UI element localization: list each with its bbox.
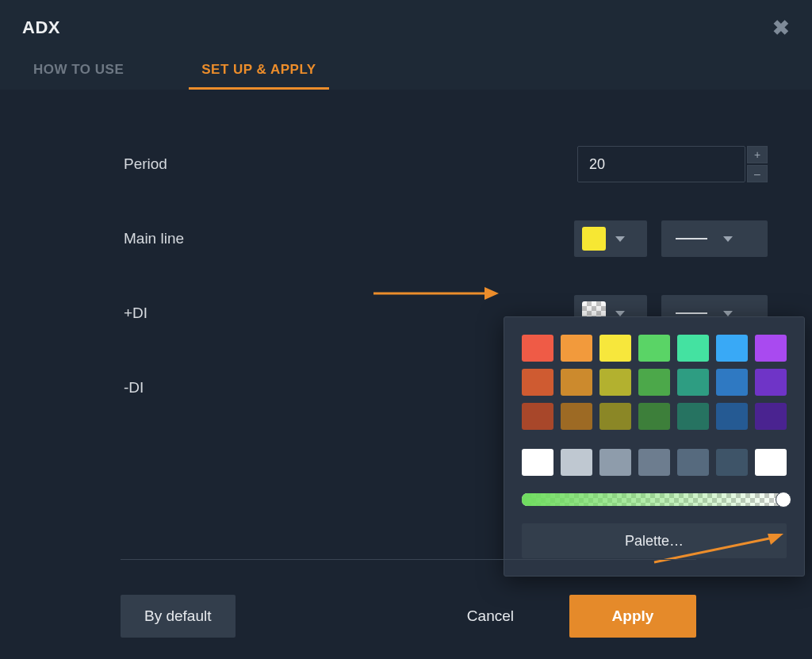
period-spinner: + – bbox=[747, 146, 768, 182]
color-swatch[interactable] bbox=[755, 403, 787, 430]
color-picker-popover: Palette… bbox=[504, 316, 805, 577]
chevron-down-icon bbox=[615, 236, 625, 242]
period-input[interactable] bbox=[577, 146, 745, 182]
color-swatch[interactable] bbox=[716, 369, 748, 396]
cancel-button[interactable]: Cancel bbox=[443, 595, 538, 638]
tab-how-to-use[interactable]: HOW TO USE bbox=[22, 49, 135, 90]
dialog-footer: By default Cancel Apply bbox=[0, 595, 812, 638]
main-line-style-select[interactable] bbox=[661, 220, 768, 257]
label-main-line: Main line bbox=[124, 230, 377, 247]
tab-bar: HOW TO USE SET UP & APPLY bbox=[0, 49, 812, 90]
color-group-gap bbox=[522, 437, 787, 442]
opacity-gradient bbox=[522, 493, 787, 506]
color-swatch[interactable] bbox=[755, 449, 787, 476]
period-stepper: + – bbox=[577, 146, 768, 182]
color-swatch[interactable] bbox=[677, 403, 709, 430]
color-swatch[interactable] bbox=[677, 335, 709, 362]
row-period: Period + – bbox=[124, 146, 768, 182]
apply-button[interactable]: Apply bbox=[569, 595, 696, 638]
color-grid bbox=[522, 335, 787, 476]
palette-button[interactable]: Palette… bbox=[522, 523, 787, 558]
color-swatch[interactable] bbox=[599, 369, 631, 396]
row-main-line: Main line bbox=[124, 220, 768, 257]
color-swatch[interactable] bbox=[599, 335, 631, 362]
color-swatch[interactable] bbox=[561, 403, 592, 430]
chevron-down-icon bbox=[615, 311, 625, 316]
chevron-down-icon bbox=[723, 311, 733, 316]
tab-setup-apply[interactable]: SET UP & APPLY bbox=[190, 49, 327, 90]
color-swatch[interactable] bbox=[522, 449, 553, 476]
dialog-header: ADX ✖ bbox=[0, 0, 812, 49]
label-period: Period bbox=[124, 155, 377, 173]
label-minus-di: -DI bbox=[124, 379, 377, 397]
opacity-handle[interactable] bbox=[776, 492, 791, 508]
dialog-title: ADX bbox=[22, 17, 60, 38]
line-style-preview bbox=[676, 238, 707, 239]
line-style-preview bbox=[676, 312, 707, 314]
color-swatch[interactable] bbox=[561, 369, 592, 396]
color-swatch[interactable] bbox=[561, 335, 592, 362]
color-swatch[interactable] bbox=[599, 403, 631, 430]
color-swatch[interactable] bbox=[755, 369, 787, 396]
color-swatch[interactable] bbox=[561, 449, 592, 476]
color-swatch[interactable] bbox=[522, 369, 553, 396]
opacity-slider[interactable] bbox=[522, 493, 787, 506]
period-decrement[interactable]: – bbox=[747, 165, 768, 182]
color-swatch[interactable] bbox=[522, 335, 553, 362]
period-increment[interactable]: + bbox=[747, 146, 768, 163]
separator bbox=[121, 559, 696, 560]
by-default-button[interactable]: By default bbox=[121, 595, 236, 638]
main-line-color-select[interactable] bbox=[574, 220, 647, 257]
color-swatch[interactable] bbox=[599, 449, 631, 476]
color-swatch[interactable] bbox=[716, 335, 748, 362]
color-swatch[interactable] bbox=[677, 369, 709, 396]
color-swatch[interactable] bbox=[522, 403, 553, 430]
main-line-color-swatch bbox=[582, 227, 606, 251]
label-plus-di: +DI bbox=[124, 305, 377, 322]
color-swatch[interactable] bbox=[638, 449, 670, 476]
color-swatch[interactable] bbox=[677, 449, 709, 476]
color-swatch[interactable] bbox=[638, 403, 670, 430]
color-swatch[interactable] bbox=[638, 335, 670, 362]
color-swatch[interactable] bbox=[755, 335, 787, 362]
color-swatch[interactable] bbox=[716, 403, 748, 430]
color-swatch[interactable] bbox=[716, 449, 748, 476]
close-icon[interactable]: ✖ bbox=[772, 17, 790, 38]
color-swatch[interactable] bbox=[638, 369, 670, 396]
chevron-down-icon bbox=[723, 236, 733, 242]
